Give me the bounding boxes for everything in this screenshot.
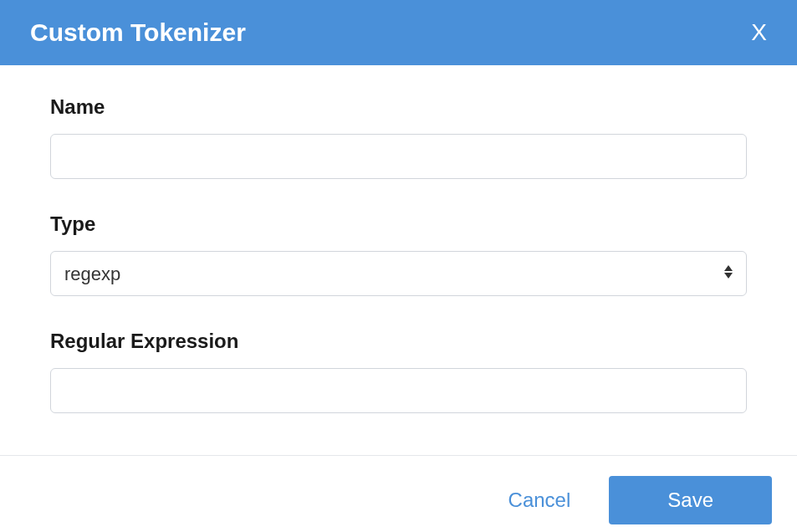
- name-input[interactable]: [50, 134, 747, 179]
- type-select-wrapper: regexp: [50, 251, 747, 296]
- modal-header: Custom Tokenizer X: [0, 0, 797, 65]
- close-button[interactable]: X: [746, 19, 772, 46]
- modal-body: Name Type regexp Regular Expression: [0, 65, 797, 455]
- regex-input[interactable]: [50, 368, 747, 413]
- cancel-button[interactable]: Cancel: [502, 478, 578, 522]
- type-label: Type: [50, 212, 747, 236]
- form-group-regex: Regular Expression: [50, 330, 747, 413]
- name-label: Name: [50, 95, 747, 119]
- type-select[interactable]: regexp: [50, 251, 747, 296]
- regex-label: Regular Expression: [50, 330, 747, 353]
- form-group-type: Type regexp: [50, 212, 747, 296]
- form-group-name: Name: [50, 95, 747, 179]
- modal-title: Custom Tokenizer: [30, 18, 246, 47]
- modal-footer: Cancel Save: [0, 455, 797, 532]
- save-button[interactable]: Save: [609, 476, 772, 524]
